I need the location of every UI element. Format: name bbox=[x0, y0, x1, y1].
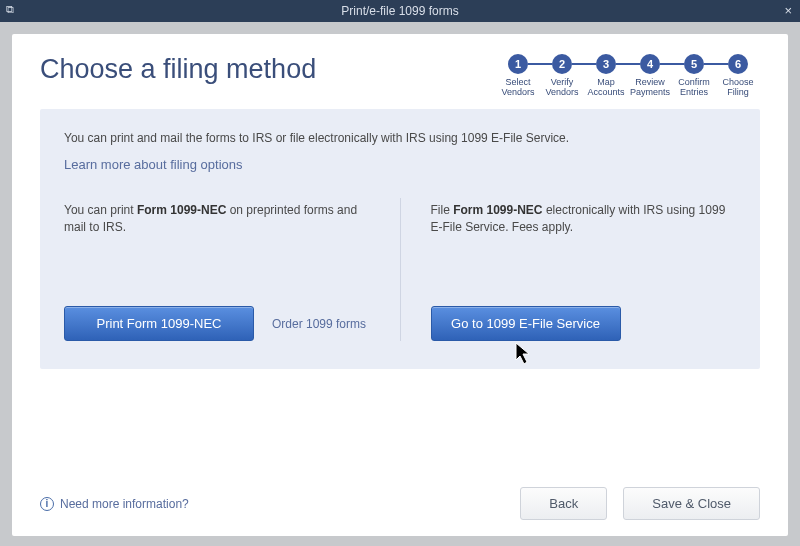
step-label: Entries bbox=[672, 88, 716, 98]
step-label: Vendors bbox=[496, 88, 540, 98]
wizard-stepper: 1 Select Vendors 2 Verify Vendors 3 Map … bbox=[496, 54, 760, 98]
step-confirm-entries: 5 Confirm Entries bbox=[672, 54, 716, 98]
learn-more-link[interactable]: Learn more about filing options bbox=[64, 157, 243, 172]
step-choose-filing: 6 Choose Filing bbox=[716, 54, 760, 98]
step-label: Accounts bbox=[584, 88, 628, 98]
step-number: 4 bbox=[640, 54, 660, 74]
efile-button[interactable]: Go to 1099 E-File Service bbox=[431, 306, 621, 341]
step-label: Payments bbox=[628, 88, 672, 98]
info-icon: i bbox=[40, 497, 54, 511]
step-number: 6 bbox=[728, 54, 748, 74]
need-info-label: Need more information? bbox=[60, 497, 189, 511]
step-verify-vendors: 2 Verify Vendors bbox=[540, 54, 584, 98]
order-forms-link[interactable]: Order 1099 forms bbox=[272, 317, 366, 331]
back-button[interactable]: Back bbox=[520, 487, 607, 520]
need-info-link[interactable]: i Need more information? bbox=[40, 497, 189, 511]
page-title: Choose a filing method bbox=[40, 54, 316, 85]
dialog-footer: i Need more information? Back Save & Clo… bbox=[40, 487, 760, 520]
filing-panel: You can print and mail the forms to IRS … bbox=[40, 109, 760, 369]
step-select-vendors: 1 Select Vendors bbox=[496, 54, 540, 98]
step-label: Filing bbox=[716, 88, 760, 98]
step-number: 2 bbox=[552, 54, 572, 74]
efile-description: File Form 1099-NEC electronically with I… bbox=[431, 202, 737, 292]
close-icon[interactable]: × bbox=[784, 3, 792, 18]
window-body: Choose a filing method 1 Select Vendors … bbox=[12, 34, 788, 536]
window-title: Print/e-file 1099 forms bbox=[341, 4, 458, 18]
step-number: 3 bbox=[596, 54, 616, 74]
step-map-accounts: 3 Map Accounts bbox=[584, 54, 628, 98]
intro-text: You can print and mail the forms to IRS … bbox=[64, 131, 736, 145]
print-form-button[interactable]: Print Form 1099-NEC bbox=[64, 306, 254, 341]
titlebar: ⧉ Print/e-file 1099 forms × bbox=[0, 0, 800, 22]
efile-option-column: File Form 1099-NEC electronically with I… bbox=[400, 198, 737, 341]
window-menu-icon[interactable]: ⧉ bbox=[6, 3, 14, 16]
save-close-button[interactable]: Save & Close bbox=[623, 487, 760, 520]
print-description: You can print Form 1099-NEC on preprinte… bbox=[64, 202, 370, 292]
step-review-payments: 4 Review Payments bbox=[628, 54, 672, 98]
step-number: 1 bbox=[508, 54, 528, 74]
print-option-column: You can print Form 1099-NEC on preprinte… bbox=[64, 198, 400, 341]
cursor-icon bbox=[515, 342, 535, 368]
step-number: 5 bbox=[684, 54, 704, 74]
step-label: Vendors bbox=[540, 88, 584, 98]
